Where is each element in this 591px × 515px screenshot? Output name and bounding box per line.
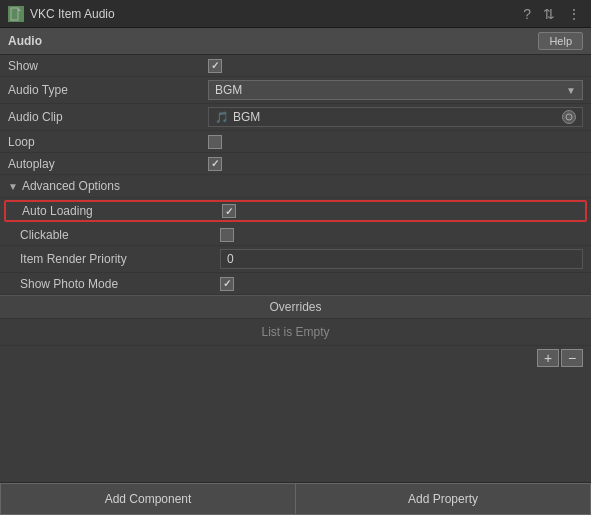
clickable-value [220,228,583,242]
audio-type-dropdown[interactable]: BGM ▼ [208,80,583,100]
audio-clip-value: 🎵 BGM [208,107,583,127]
autoplay-checkbox[interactable] [208,157,222,171]
chevron-down-icon: ▼ [566,85,576,96]
add-item-button[interactable]: + [537,349,559,367]
clickable-checkbox[interactable] [220,228,234,242]
svg-point-1 [566,114,572,120]
audio-clip-row: Audio Clip 🎵 BGM [0,104,591,131]
add-property-button[interactable]: Add Property [295,483,591,515]
help-button[interactable]: Help [538,32,583,50]
audio-clip-label: Audio Clip [8,110,208,124]
section-title: Audio [8,34,42,48]
audio-clip-selector[interactable] [562,110,576,124]
show-photo-mode-label: Show Photo Mode [20,277,220,291]
advanced-options-header[interactable]: ▼ Advanced Options [0,175,591,198]
audio-section-header: Audio Help [0,28,591,55]
remove-item-button[interactable]: − [561,349,583,367]
window-title: VKC Item Audio [30,7,115,21]
autoplay-value [208,157,583,171]
audio-clip-name: BGM [233,110,260,124]
audio-type-value: BGM ▼ [208,80,583,100]
item-render-priority-value [220,249,583,269]
music-icon: 🎵 [215,111,229,124]
collapse-triangle-icon: ▼ [8,181,18,192]
loop-row: Loop [0,131,591,153]
show-row: Show [0,55,591,77]
content-area: Audio Help Show Audio Type BGM ▼ Audio C… [0,28,591,515]
list-empty: List is Empty [0,319,591,345]
document-icon [8,6,24,22]
title-bar-left: VKC Item Audio [8,6,115,22]
audio-type-label: Audio Type [8,83,208,97]
show-label: Show [8,59,208,73]
loop-label: Loop [8,135,208,149]
clickable-row: Clickable [0,224,591,246]
clickable-label: Clickable [20,228,220,242]
show-checkbox[interactable] [208,59,222,73]
auto-loading-value [222,204,581,218]
show-photo-mode-row: Show Photo Mode [0,273,591,295]
show-photo-mode-checkbox[interactable] [220,277,234,291]
overrides-header: Overrides [0,295,591,319]
plus-minus-row: + − [0,345,591,370]
overrides-title: Overrides [269,300,321,314]
title-bar-actions: ? ⇅ ⋮ [521,6,583,22]
autoplay-label: Autoplay [8,157,208,171]
help-icon-btn[interactable]: ? [521,6,533,22]
auto-loading-row-highlighted: Auto Loading [4,200,587,222]
item-render-priority-label: Item Render Priority [20,252,220,266]
svg-rect-0 [11,8,18,20]
item-render-priority-input[interactable] [220,249,583,269]
auto-loading-checkbox[interactable] [222,204,236,218]
audio-type-row: Audio Type BGM ▼ [0,77,591,104]
show-value [208,59,583,73]
add-component-button[interactable]: Add Component [0,483,295,515]
more-icon-btn[interactable]: ⋮ [565,6,583,22]
scrollable-content: Audio Help Show Audio Type BGM ▼ Audio C… [0,28,591,475]
auto-loading-label: Auto Loading [22,204,222,218]
loop-value [208,135,583,149]
loop-checkbox[interactable] [208,135,222,149]
audio-clip-field[interactable]: 🎵 BGM [208,107,583,127]
autoplay-row: Autoplay [0,153,591,175]
title-bar: VKC Item Audio ? ⇅ ⋮ [0,0,591,28]
audio-type-selected: BGM [215,83,242,97]
bottom-bar: Add Component Add Property [0,482,591,515]
advanced-options-title: Advanced Options [22,179,120,193]
item-render-priority-row: Item Render Priority [0,246,591,273]
list-empty-label: List is Empty [261,325,329,339]
sliders-icon-btn[interactable]: ⇅ [541,6,557,22]
show-photo-mode-value [220,277,583,291]
